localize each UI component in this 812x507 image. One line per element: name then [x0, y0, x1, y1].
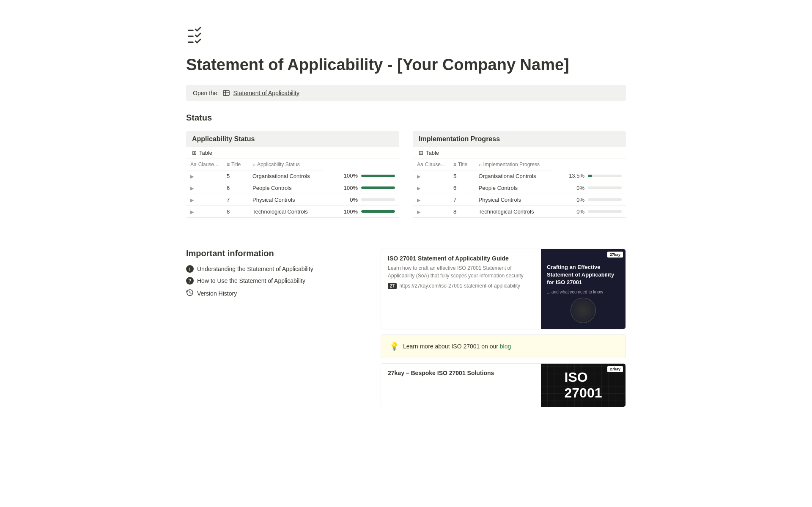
search-icon-col: ⌕	[252, 162, 255, 167]
soa-guide-card-content: ISO 27001 Statement of Applicability Gui…	[381, 249, 541, 329]
table-row[interactable]: ▶6People Controls100%	[186, 182, 399, 194]
bespoke-card-title: 27kay – Bespoke ISO 27001 Solutions	[388, 370, 534, 376]
aa-icon: Aa	[190, 162, 197, 167]
info-item-understanding-text: Understanding the Statement of Applicabi…	[197, 266, 313, 272]
applicability-table-block: Applicability Status ⊞ Table Aa Clause..…	[186, 131, 399, 218]
bulb-icon: 💡	[390, 342, 399, 351]
important-info-title: Important information	[186, 249, 364, 258]
row-expander[interactable]: ▶	[190, 174, 194, 179]
section-divider	[186, 235, 626, 235]
menu-icon: ≡	[227, 162, 230, 167]
right-cards: ISO 27001 Statement of Applicability Gui…	[381, 249, 626, 408]
table-row[interactable]: ▶8Technological Controls0%	[413, 206, 626, 217]
clause-cell: 8	[222, 206, 248, 217]
implementation-table-view-btn[interactable]: ⊞ Table	[413, 147, 626, 159]
important-info-section: Important information i Understanding th…	[186, 249, 364, 298]
impl-col-clause-header: Aa Clause...	[413, 159, 449, 170]
implementation-table-view-label: Table	[426, 150, 439, 156]
row-expander[interactable]: ▶	[190, 197, 194, 203]
page-icon	[186, 25, 626, 49]
menu-icon-2: ≡	[453, 162, 456, 167]
title-cell: Physical Controls	[475, 194, 552, 206]
implementation-data-table: Aa Clause... ≡ Title ⌕	[413, 159, 626, 218]
open-the-link[interactable]: Statement of Applicability	[233, 90, 299, 96]
col-title-header: ≡ Title	[222, 159, 248, 170]
info-item-how-to-use-text: How to Use the Statement of Applicabilit…	[197, 277, 305, 284]
percent-cell: 0%	[552, 206, 626, 217]
clause-cell: 5	[449, 170, 475, 182]
table-row[interactable]: ▶8Technological Controls100%	[186, 206, 399, 217]
implementation-table-title: Implementation Progress	[413, 131, 626, 147]
col-applicability-header: ⌕ Applicability Status	[248, 159, 324, 170]
bespoke-card-content: 27kay – Bespoke ISO 27001 Solutions	[381, 364, 541, 407]
clause-cell: 6	[449, 182, 475, 194]
open-the-bar: Open the: Statement of Applicability	[186, 85, 626, 101]
row-expander[interactable]: ▶	[417, 209, 420, 214]
title-cell: Physical Controls	[248, 194, 324, 206]
image-badge: 27kay	[607, 252, 623, 258]
iso-logo-text: ISO27001	[565, 370, 602, 401]
row-expander[interactable]: ▶	[190, 209, 194, 214]
clause-cell: 6	[222, 182, 248, 194]
table-icon: ⊞	[192, 150, 197, 156]
applicability-table-view-btn[interactable]: ⊞ Table	[186, 147, 399, 159]
percent-cell: 0%	[324, 194, 399, 206]
checklist-icon	[186, 25, 208, 47]
bespoke-card-image: 27kay ISO27001	[541, 364, 625, 407]
main-page: Statement of Applicability - [Your Compa…	[152, 0, 660, 441]
percent-cell: 100%	[324, 206, 399, 217]
version-history-text: Version History	[197, 290, 237, 297]
image-sub-text: ... and what you need to know	[547, 290, 603, 294]
tables-row: Applicability Status ⊞ Table Aa Clause..…	[186, 131, 626, 218]
percent-cell: 13.5%	[552, 170, 626, 182]
implementation-table-block: Implementation Progress ⊞ Table Aa Claus…	[413, 131, 626, 218]
info-list: i Understanding the Statement of Applica…	[186, 265, 364, 298]
soa-guide-url-text: https://27kay.com/iso-27001-statement-of…	[399, 283, 520, 289]
table-row[interactable]: ▶5Organisational Controls13.5%	[413, 170, 626, 182]
clause-cell: 5	[222, 170, 248, 182]
info-item-how-to-use[interactable]: ? How to Use the Statement of Applicabil…	[186, 277, 364, 285]
bespoke-badge: 27kay	[607, 366, 623, 372]
clause-cell: 7	[449, 194, 475, 206]
title-cell: Organisational Controls	[475, 170, 552, 182]
url-badge: 27	[388, 283, 397, 289]
table-row[interactable]: ▶7Physical Controls0%	[186, 194, 399, 206]
impl-col-title-header: ≡ Title	[449, 159, 475, 170]
soa-guide-card-image: 27kay Crafting an Effective Statement of…	[541, 249, 625, 329]
clause-cell: 7	[222, 194, 248, 206]
globe-graphic	[571, 298, 596, 323]
bespoke-card[interactable]: 27kay – Bespoke ISO 27001 Solutions 27ka…	[381, 363, 626, 407]
clock-rewind-icon	[186, 289, 194, 296]
title-cell: Organisational Controls	[248, 170, 324, 182]
table-row[interactable]: ▶5Organisational Controls100%	[186, 170, 399, 182]
applicability-table-title: Applicability Status	[186, 131, 399, 147]
row-expander[interactable]: ▶	[190, 186, 194, 191]
soa-guide-card-title: ISO 27001 Statement of Applicability Gui…	[388, 255, 534, 262]
soa-guide-card[interactable]: ISO 27001 Statement of Applicability Gui…	[381, 249, 626, 330]
row-expander[interactable]: ▶	[417, 197, 420, 203]
blog-link[interactable]: blog	[500, 343, 511, 350]
linked-database-icon	[222, 89, 230, 97]
aa-icon-2: Aa	[417, 162, 423, 167]
row-expander[interactable]: ▶	[417, 174, 420, 179]
info-item-version-history[interactable]: Version History	[186, 289, 364, 298]
title-cell: People Controls	[248, 182, 324, 194]
title-cell: Technological Controls	[475, 206, 552, 217]
image-title-text: Crafting an Effective Statement of Appli…	[547, 263, 620, 287]
table-row[interactable]: ▶7Physical Controls0%	[413, 194, 626, 206]
clause-cell: 8	[449, 206, 475, 217]
page-title: Statement of Applicability - [Your Compa…	[186, 55, 626, 75]
status-section-title: Status	[186, 113, 626, 123]
info-icon: i	[186, 265, 194, 273]
soa-guide-card-desc: Learn how to craft an effective ISO 2700…	[388, 264, 534, 280]
row-expander[interactable]: ▶	[417, 186, 420, 191]
svg-rect-3	[223, 90, 229, 96]
info-item-understanding[interactable]: i Understanding the Statement of Applica…	[186, 265, 364, 273]
question-icon: ?	[186, 277, 194, 285]
blog-card[interactable]: 💡 Learn more about ISO 27001 on our blog	[381, 334, 626, 358]
table-row[interactable]: ▶6People Controls0%	[413, 182, 626, 194]
soa-guide-card-url: 27 https://27kay.com/iso-27001-statement…	[388, 283, 534, 289]
col-clause-header: Aa Clause...	[186, 159, 222, 170]
table-icon-2: ⊞	[419, 150, 423, 156]
percent-cell: 0%	[552, 194, 626, 206]
